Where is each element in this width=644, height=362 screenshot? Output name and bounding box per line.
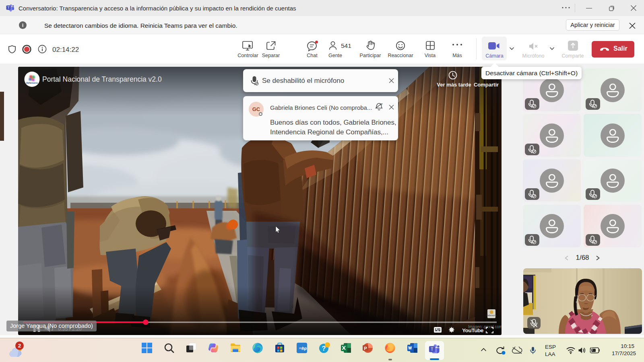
svg-text:T: T <box>7 6 9 10</box>
svg-text:z: z <box>382 103 383 105</box>
svg-text:Compartir: Compartir <box>474 82 499 88</box>
svg-text:T: T <box>431 347 433 352</box>
svg-text:Ver más tarde: Ver más tarde <box>437 82 471 88</box>
svg-text:Portal Nacional de Transparenc: Portal Nacional de Transparencia v2.0 <box>42 75 162 83</box>
svg-text:P: P <box>364 346 367 351</box>
svg-text:hp: hp <box>302 346 307 351</box>
svg-text:Defensoría: Defensoría <box>26 82 37 84</box>
svg-text:Defensoría: Defensoría <box>487 314 497 317</box>
svg-text:YouTube: YouTube <box>462 327 484 333</box>
